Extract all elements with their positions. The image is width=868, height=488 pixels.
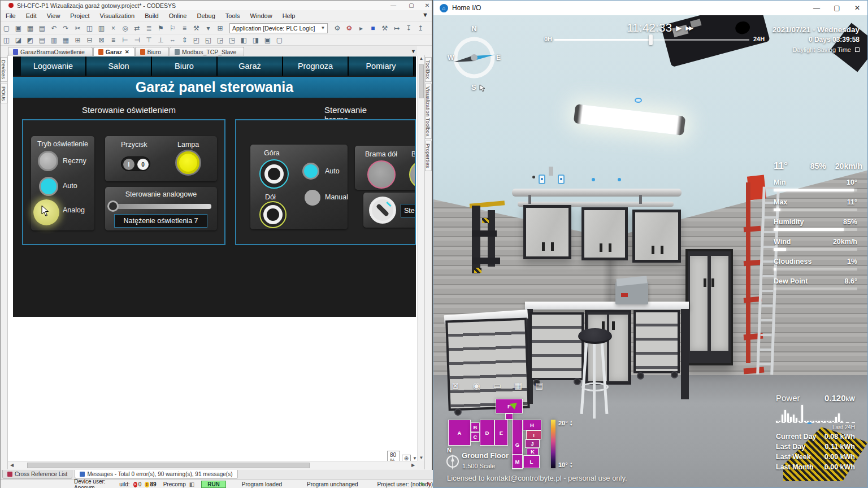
edge-bottom-icon[interactable]: ⊥ — [155, 35, 166, 45]
scroll-down-icon[interactable]: ▼ — [418, 455, 425, 460]
devices-grid-icon[interactable]: ▦ — [513, 380, 524, 391]
same-size-icon[interactable]: ⊠ — [96, 35, 107, 45]
send-backward-icon[interactable]: ◳ — [227, 35, 237, 45]
world-icon[interactable]: ◉ — [471, 380, 482, 391]
build-menu-icon[interactable]: ▾ — [203, 23, 214, 33]
logout-icon[interactable]: ⚙ — [344, 23, 354, 33]
lamp-toggle-switch[interactable]: I 0 — [121, 156, 150, 171]
wall-sensor[interactable] — [558, 175, 565, 184]
wall-valve[interactable] — [549, 167, 553, 176]
stop-icon[interactable]: ■ — [367, 23, 378, 33]
hmi-nav-button[interactable]: Garaż — [218, 56, 283, 76]
same-width-icon[interactable]: ⊞ — [72, 35, 83, 45]
align-right-icon[interactable]: ◩ — [25, 35, 36, 45]
brightness-slider-track[interactable] — [111, 204, 211, 209]
mode-auto-button[interactable] — [39, 177, 58, 196]
dst-checkbox[interactable] — [855, 47, 860, 52]
gate-down-button[interactable] — [259, 201, 287, 228]
zoom-level[interactable]: 80 % — [387, 451, 400, 461]
redo-icon[interactable]: ↷ — [60, 23, 71, 33]
debug-tools-icon[interactable]: ⚒ — [379, 23, 390, 33]
play-icon[interactable]: ▶ — [676, 24, 682, 32]
step-into-icon[interactable]: ↧ — [403, 23, 414, 33]
thermal-min-stepper[interactable]: ▲▼ — [570, 461, 573, 468]
bookmark-icon[interactable]: ⚑ — [155, 23, 166, 33]
print-icon[interactable]: ▤ — [37, 23, 47, 33]
document-tab[interactable]: Biuro — [135, 47, 170, 56]
scroll-left-icon[interactable]: ◀ — [8, 463, 16, 468]
bookmark-next-icon[interactable]: ⚐ — [167, 23, 178, 33]
minimize-button[interactable]: — — [386, 1, 401, 10]
menu-item[interactable]: Tools — [220, 11, 245, 20]
toggle-off-knob[interactable]: 0 — [137, 159, 149, 170]
hmi-nav-button[interactable]: Prognoza — [283, 56, 349, 76]
compass[interactable]: N W E S — [450, 24, 498, 94]
brightness-slider-knob[interactable] — [107, 201, 119, 212]
side-tab[interactable]: Devices — [1, 57, 7, 82]
application-selector[interactable]: Application [Device: PLC Logic] ▼ — [229, 23, 328, 33]
copy-icon[interactable]: ◫ — [84, 23, 95, 33]
editor-zoom-control[interactable]: 80 % ⊕ ▼ — [387, 451, 417, 461]
same-height-icon[interactable]: ⊟ — [84, 35, 95, 45]
map-room[interactable]: B — [471, 422, 480, 432]
zoom-dropdown-icon[interactable]: ▼ — [413, 456, 417, 461]
ceiling-light[interactable] — [574, 104, 686, 136]
menu-item[interactable]: File — [1, 11, 21, 20]
step-out-icon[interactable]: ↥ — [415, 23, 426, 33]
document-tab[interactable]: Modbus_TCP_Slave — [170, 47, 244, 56]
gate-manual-indicator[interactable] — [305, 190, 320, 206]
close-button[interactable]: ✕ — [847, 1, 867, 15]
map-room[interactable]: H — [523, 420, 541, 430]
devices-list-icon[interactable]: ▤ — [533, 380, 545, 391]
horizontal-scrollbar[interactable]: ◀ ▶ — [8, 461, 417, 469]
datetime-panel-icon[interactable]: ⊠ — [450, 380, 461, 391]
codesys-titlebar[interactable]: SH-CFC-P1 Wizualizacja garaż gotowy.proj… — [1, 1, 432, 10]
frame-icon[interactable]: ▢ — [274, 35, 285, 45]
new-file-icon[interactable]: ▢ — [1, 23, 12, 33]
side-tab[interactable]: Properties — [425, 141, 432, 171]
delete-icon[interactable]: × — [108, 23, 119, 33]
maximize-button[interactable]: ▢ — [404, 1, 419, 10]
align-left-icon[interactable]: ◫ — [1, 35, 12, 45]
login-icon[interactable]: ⚙ — [332, 23, 342, 33]
close-tab-icon[interactable]: ✕ — [125, 49, 129, 55]
build-icon[interactable]: ⚒ — [191, 23, 202, 33]
find-all-icon[interactable]: ≣ — [144, 23, 154, 33]
menu-item[interactable]: View — [42, 11, 66, 20]
tab-overflow-icon[interactable]: ▼ — [411, 49, 416, 54]
map-room[interactable]: D — [480, 420, 494, 446]
align-top-icon[interactable]: ▤ — [37, 35, 47, 45]
align-bottom-icon[interactable]: ▦ — [60, 35, 71, 45]
map-view-icon[interactable]: ▭ — [492, 380, 503, 391]
distribute-icon[interactable]: ≡ — [108, 35, 119, 45]
start-icon[interactable]: ▸ — [355, 23, 366, 33]
send-back-icon[interactable]: ◱ — [203, 35, 214, 45]
hmi-nav-button[interactable]: Salon — [86, 56, 152, 76]
find-replace-icon[interactable]: ⇄ — [132, 23, 142, 33]
step-over-icon[interactable]: ↦ — [391, 23, 402, 33]
align-center-icon[interactable]: ◪ — [13, 35, 24, 45]
map-room[interactable]: E — [494, 420, 508, 446]
magnifier-icon[interactable]: ⊕ — [402, 455, 411, 461]
wall-sensor[interactable] — [539, 175, 545, 184]
cut-icon[interactable]: ✂ — [72, 23, 83, 33]
distribute-v-icon[interactable]: ⇕ — [179, 35, 190, 45]
bring-front-icon[interactable]: ◰ — [191, 35, 202, 45]
gate-up-button[interactable] — [259, 159, 289, 189]
edge-top-icon[interactable]: ⊤ — [144, 35, 154, 45]
menu-item[interactable]: Window — [245, 11, 277, 20]
document-tab[interactable]: GarazBramaOswietlenie — [8, 47, 93, 56]
messages-icon[interactable]: ≡ — [179, 23, 190, 33]
side-tab[interactable]: ToolBox — [425, 57, 432, 82]
scroll-right-icon[interactable]: ▶ — [409, 463, 417, 468]
homeio-titlebar[interactable]: ⌂ Home I/O — ▢ ✕ — [433, 1, 867, 15]
thermal-max-stepper[interactable]: ▲▼ — [570, 420, 573, 426]
light-intensity-value[interactable]: Natężenie oświetlenia 7 — [114, 214, 207, 228]
menu-item[interactable]: Online — [164, 11, 192, 20]
group-icon[interactable]: ◧ — [238, 35, 249, 45]
distribute-h-icon[interactable]: ⇔ — [167, 35, 178, 45]
save-icon[interactable]: ▦ — [25, 23, 36, 33]
scroll-up-icon[interactable]: ▲ — [418, 56, 425, 61]
edge-left-icon[interactable]: ⊢ — [120, 35, 131, 45]
map-room[interactable]: K — [527, 448, 539, 455]
